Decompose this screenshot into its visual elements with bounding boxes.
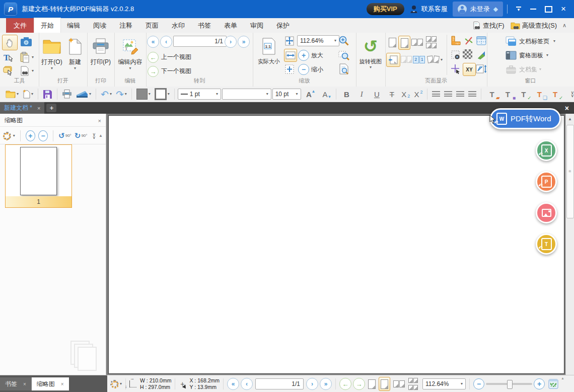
- minimize-button[interactable]: [526, 3, 541, 16]
- fill-color-button[interactable]: ▾: [135, 88, 152, 101]
- page-size-button[interactable]: [476, 63, 487, 75]
- zoom-out-button[interactable]: 缩小: [311, 65, 323, 74]
- zoom-out-icon[interactable]: −: [298, 64, 309, 75]
- underline-button[interactable]: U: [370, 88, 384, 101]
- next-view-arrow-icon[interactable]: →: [148, 66, 159, 77]
- align-justify-button[interactable]: [467, 88, 478, 101]
- zoom-in-icon[interactable]: +: [298, 50, 309, 61]
- transparency-grid-button[interactable]: [450, 49, 462, 61]
- subscript-button[interactable]: X2: [400, 88, 411, 101]
- document-tab-close-icon[interactable]: ×: [37, 105, 40, 111]
- rotate-view-dropdown-arrow[interactable]: ▾: [370, 65, 372, 69]
- previous-view-arrow-icon[interactable]: ←: [148, 52, 159, 63]
- pane-panel-button[interactable]: 窗格面板: [519, 51, 543, 60]
- contact-support-button[interactable]: 联系客服: [404, 0, 453, 18]
- ribbon-page-input[interactable]: 1/1: [173, 36, 227, 47]
- increase-font-button[interactable]: A▲: [302, 88, 317, 101]
- italic-button[interactable]: I: [354, 88, 369, 101]
- align-right-button[interactable]: [455, 88, 466, 101]
- document-tab-active[interactable]: 新建文档 * ×: [0, 102, 44, 114]
- thumbnail-panel-close-icon[interactable]: ×: [98, 118, 101, 124]
- booklet-view-button[interactable]: [426, 54, 440, 65]
- status-last-page-button[interactable]: »: [320, 378, 332, 390]
- two-page-view-button[interactable]: [410, 36, 423, 49]
- fit-page-button[interactable]: [284, 35, 296, 47]
- undo-button[interactable]: ↶▾: [99, 88, 113, 101]
- split-view-button[interactable]: [401, 54, 412, 65]
- pdf-to-image-button[interactable]: [536, 202, 557, 223]
- print-button[interactable]: 打印(P): [89, 35, 113, 66]
- rotate-right-button[interactable]: ↻90°: [75, 131, 88, 140]
- quad-page-view-button[interactable]: [424, 36, 438, 49]
- checkerboard-button[interactable]: [463, 49, 472, 59]
- scrollbar-up-icon[interactable]: ▲: [566, 115, 574, 123]
- quick-print-button[interactable]: [60, 88, 74, 101]
- collapse-ribbon-button[interactable]: ▼: [512, 3, 526, 16]
- page-colors-button[interactable]: [476, 49, 487, 61]
- text-style-confirm-button[interactable]: T✓: [548, 89, 562, 100]
- marquee-zoom-in-button[interactable]: [337, 35, 350, 47]
- status-previous-view-button[interactable]: ←: [339, 378, 351, 390]
- align-center-button[interactable]: [443, 88, 454, 101]
- status-continuous-button[interactable]: [379, 377, 390, 391]
- continuous-scroll-button[interactable]: [386, 53, 400, 67]
- tab-page[interactable]: 页面: [139, 18, 165, 33]
- text-style-save-button[interactable]: T■: [500, 89, 515, 100]
- status-single-page-button[interactable]: [367, 377, 377, 390]
- guides-button[interactable]: [476, 35, 487, 47]
- vertical-scrollbar[interactable]: ▲ ≡: [565, 114, 574, 375]
- tab-home[interactable]: 开始: [34, 18, 60, 33]
- status-gear-dropdown-arrow[interactable]: ▾: [120, 382, 122, 386]
- zoom-slider-plus-button[interactable]: +: [534, 378, 545, 389]
- next-page-button[interactable]: ›: [225, 36, 237, 48]
- thumbnail-zoom-out-button[interactable]: −: [38, 130, 48, 141]
- redo-button[interactable]: ↷▾: [114, 88, 128, 101]
- status-scroll-corner-icon[interactable]: ▲: [561, 376, 564, 380]
- page-display-dropdown-arrow[interactable]: ▾: [441, 58, 443, 62]
- crosshair-coordinates-button[interactable]: [450, 63, 462, 75]
- line-weights-button[interactable]: [463, 35, 475, 47]
- pdf-to-excel-button[interactable]: X↶: [536, 140, 557, 161]
- edit-content-dropdown-arrow[interactable]: ▾: [129, 66, 131, 70]
- tab-read[interactable]: 阅读: [87, 18, 113, 33]
- fit-width-button[interactable]: [284, 49, 297, 62]
- previous-page-button[interactable]: ‹: [160, 36, 172, 48]
- zoom-slider[interactable]: [486, 383, 532, 385]
- font-family-combo[interactable]: ▾: [222, 89, 271, 100]
- font-size-combo[interactable]: 10 pt ▾: [272, 89, 301, 100]
- paste-dropdown-arrow[interactable]: ▾: [32, 55, 34, 59]
- thumbnails-tab-close-icon[interactable]: ×: [61, 381, 64, 387]
- scrollbar-thumb[interactable]: ≡: [566, 125, 574, 218]
- next-view-button[interactable]: 下一个视图: [161, 67, 191, 75]
- first-page-button[interactable]: «: [147, 36, 159, 48]
- thumbnail-zoom-in-button[interactable]: +: [26, 130, 35, 141]
- thumbnail-options-dropdown-arrow[interactable]: ▾: [13, 134, 15, 138]
- status-previous-page-button[interactable]: ‹: [241, 378, 253, 390]
- xy-coordinates-button[interactable]: XY: [463, 63, 476, 76]
- continuous-view-button[interactable]: [398, 36, 410, 50]
- toolbar-overflow-button[interactable]: ∨∨: [570, 91, 574, 97]
- status-quad-page-button[interactable]: [408, 377, 419, 390]
- status-two-page-button[interactable]: [392, 377, 406, 390]
- paste-button[interactable]: [19, 51, 31, 64]
- ruler-button[interactable]: [450, 35, 462, 47]
- advanced-find-button[interactable]: 高级查找(S): [522, 21, 557, 30]
- ribbon-zoom-combo[interactable]: 112.64% ▾: [297, 35, 339, 46]
- new-tab-button[interactable]: +: [46, 104, 56, 112]
- fullscreen-button[interactable]: [548, 379, 558, 389]
- status-page-input[interactable]: 1/1: [255, 378, 304, 389]
- open-button[interactable]: 打开(O) ▾: [40, 35, 64, 70]
- buy-vip-button[interactable]: 购买VIP: [367, 3, 404, 15]
- tab-file[interactable]: 文件: [6, 18, 34, 33]
- pdf-to-word-button[interactable]: W↶ PDF转Word: [490, 108, 561, 129]
- superscript-button[interactable]: X2: [412, 88, 424, 101]
- edit-content-button[interactable]: T 编辑内容 ▾: [116, 35, 144, 70]
- quick-scan-button[interactable]: ▾: [75, 88, 93, 101]
- strikethrough-button[interactable]: T: [385, 88, 399, 101]
- quick-new-button[interactable]: ▾: [21, 88, 35, 101]
- open-dropdown-arrow[interactable]: ▾: [51, 66, 53, 70]
- bold-button[interactable]: B: [339, 88, 353, 101]
- search-document-button[interactable]: [19, 65, 31, 77]
- previous-view-button[interactable]: 上一个视图: [161, 53, 191, 61]
- zoom-slider-minus-button[interactable]: −: [473, 378, 484, 389]
